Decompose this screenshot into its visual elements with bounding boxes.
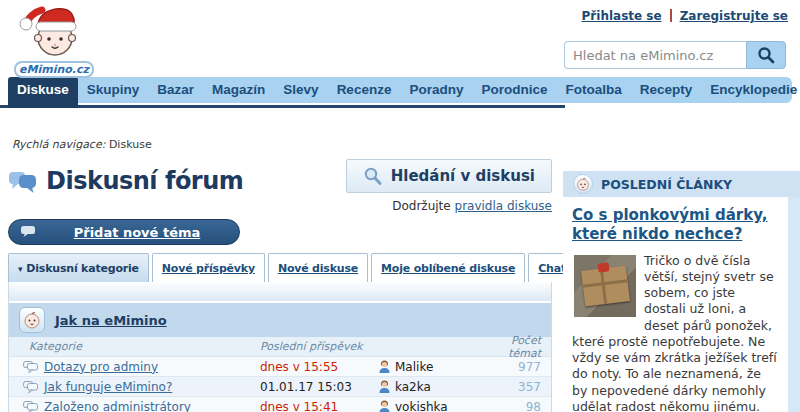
article-title-link[interactable]: Co s plonkovými dárky, které nikdo nechc… bbox=[572, 206, 780, 244]
nav-underline bbox=[0, 105, 565, 108]
tab-diskusn-kategorie[interactable]: ▾Diskusní kategorie bbox=[8, 253, 149, 282]
tab-label: Nové příspěvky bbox=[162, 262, 255, 275]
nav-item-slevy[interactable]: Slevy bbox=[274, 77, 327, 103]
page-title: Diskusní fórum bbox=[46, 167, 243, 195]
auth-divider bbox=[670, 9, 672, 22]
nav-item-recepty[interactable]: Recepty bbox=[631, 77, 702, 103]
table-row: Dotazy pro adminydnes v 15:55Malike977 bbox=[9, 357, 551, 377]
article-thumbnail-image[interactable] bbox=[574, 255, 636, 317]
column-last-post: Poslední příspěvek bbox=[260, 340, 378, 353]
chat-bubble-icon bbox=[21, 226, 35, 238]
nav-item-bazar[interactable]: Bazar bbox=[148, 77, 203, 103]
forum-table: Dotazy pro adminydnes v 15:55Malike977Ja… bbox=[9, 357, 551, 412]
tab-nov-diskuse[interactable]: Nové diskuse bbox=[268, 253, 368, 282]
tab-label: Diskusní kategorie bbox=[26, 262, 139, 275]
site-header: eMimino.cz Přihlaste seZaregistrujte se bbox=[0, 0, 800, 77]
nav-item-encyklopedie[interactable]: Encyklopedie bbox=[701, 77, 800, 103]
nav-item-porodnice[interactable]: Porodnice bbox=[472, 77, 556, 103]
rules-text: Dodržujte bbox=[392, 199, 450, 213]
category-link[interactable]: Dotazy pro adminy bbox=[44, 360, 158, 374]
nav-item-recenze[interactable]: Recenze bbox=[328, 77, 401, 103]
forum-panel: Jak na eMimino Kategorie Poslední příspě… bbox=[8, 282, 552, 412]
logo-text: eMimino.cz bbox=[14, 61, 94, 78]
last-post-user[interactable]: vokishka bbox=[395, 400, 448, 412]
breadcrumb: Rychlá navigace: Diskuse bbox=[12, 138, 800, 151]
discussion-search-button[interactable]: Hledání v diskusi bbox=[346, 159, 552, 193]
sidebar-body: Co s plonkovými dárky, které nikdo nechc… bbox=[563, 197, 788, 412]
site-search bbox=[564, 41, 786, 69]
search-button[interactable] bbox=[746, 41, 786, 69]
forum-section-header: Jak na eMimino bbox=[9, 303, 551, 337]
forum-section-link[interactable]: Jak na eMimino bbox=[55, 313, 167, 328]
breadcrumb-current[interactable]: Diskuse bbox=[109, 138, 152, 151]
breadcrumb-prefix: Rychlá navigace: bbox=[12, 138, 105, 151]
last-post-user[interactable]: ka2ka bbox=[395, 380, 431, 394]
user-avatar-icon bbox=[378, 400, 391, 412]
topic-count: 98 bbox=[496, 400, 551, 412]
register-link[interactable]: Zaregistrujte se bbox=[680, 9, 788, 23]
tab-label: Chat bbox=[538, 262, 566, 275]
last-post-time: dnes v 15:55 bbox=[260, 360, 378, 374]
table-row: Založeno administrátorydnes v 15:41vokis… bbox=[9, 397, 551, 412]
tab-moje-obl-ben-diskuse[interactable]: Moje oblíbené diskuse bbox=[371, 253, 525, 282]
category-link[interactable]: Založeno administrátory bbox=[44, 400, 191, 412]
main-column: Diskusní fórum Hledání v diskusi Dodržuj… bbox=[0, 159, 552, 412]
nav-item-magaz-n[interactable]: Magazín bbox=[203, 77, 274, 103]
sidebar-latest-articles: POSLEDNÍ ČLÁNKY Co s plonkovými dárky, k… bbox=[563, 171, 800, 412]
last-post-user[interactable]: Malike bbox=[395, 360, 433, 374]
search-input[interactable] bbox=[564, 41, 746, 69]
search-icon bbox=[363, 166, 383, 186]
tab-label: Moje oblíbené diskuse bbox=[381, 262, 515, 275]
baby-icon bbox=[573, 174, 593, 194]
chat-bubbles-icon bbox=[8, 168, 38, 194]
nav-item-diskuse[interactable]: Diskuse bbox=[8, 77, 78, 108]
auth-links: Přihlaste seZaregistrujte se bbox=[582, 9, 788, 23]
table-row: Jak funguje eMimino?01.01.17 15:03ka2ka3… bbox=[9, 377, 551, 397]
discussion-rules: Dodržujte pravidla diskuse bbox=[346, 199, 552, 213]
nav-item-poradny[interactable]: Poradny bbox=[400, 77, 472, 103]
last-post-time: dnes v 15:41 bbox=[260, 400, 378, 412]
search-icon bbox=[757, 46, 775, 64]
login-link[interactable]: Přihlaste se bbox=[582, 9, 662, 23]
sidebar-title: POSLEDNÍ ČLÁNKY bbox=[601, 177, 732, 192]
rules-link[interactable]: pravidla diskuse bbox=[455, 199, 552, 213]
nav-item-fotoalba[interactable]: Fotoalba bbox=[556, 77, 630, 103]
logo-baby-santa-icon bbox=[14, 2, 92, 58]
user-avatar-icon bbox=[378, 360, 391, 373]
add-topic-button[interactable]: Přidat nové téma bbox=[8, 219, 240, 245]
table-column-headers: Kategorie Poslední příspěvek Počet témat bbox=[9, 337, 551, 357]
topic-count: 357 bbox=[496, 380, 551, 394]
sidebar-header: POSLEDNÍ ČLÁNKY bbox=[563, 171, 800, 197]
panel-gradient bbox=[9, 282, 551, 303]
user-avatar-icon bbox=[378, 380, 391, 393]
tab-label: Nové diskuse bbox=[278, 262, 358, 275]
tab-nov-p-sp-vky[interactable]: Nové příspěvky bbox=[152, 253, 265, 282]
topic-bubble-icon bbox=[23, 361, 38, 373]
column-category: Kategorie bbox=[9, 340, 260, 353]
discussion-search-label: Hledání v diskusi bbox=[391, 167, 535, 185]
topic-bubble-icon bbox=[23, 401, 38, 412]
topic-count: 977 bbox=[496, 360, 551, 374]
last-post-time: 01.01.17 15:03 bbox=[260, 380, 378, 394]
nav-item-skupiny[interactable]: Skupiny bbox=[78, 77, 149, 103]
baby-icon bbox=[19, 307, 45, 333]
triangle-down-icon: ▾ bbox=[18, 264, 22, 274]
discussion-tabs: ▾Diskusní kategorieNové příspěvkyNové di… bbox=[8, 253, 552, 282]
main-nav: DiskuseSkupinyBazarMagazínSlevyRecenzePo… bbox=[0, 77, 800, 108]
add-topic-label: Přidat nové téma bbox=[35, 225, 239, 240]
column-topic-count: Počet témat bbox=[496, 334, 551, 360]
site-logo[interactable]: eMimino.cz bbox=[14, 2, 92, 78]
category-link[interactable]: Jak funguje eMimino? bbox=[44, 380, 172, 394]
topic-bubble-icon bbox=[23, 381, 38, 393]
